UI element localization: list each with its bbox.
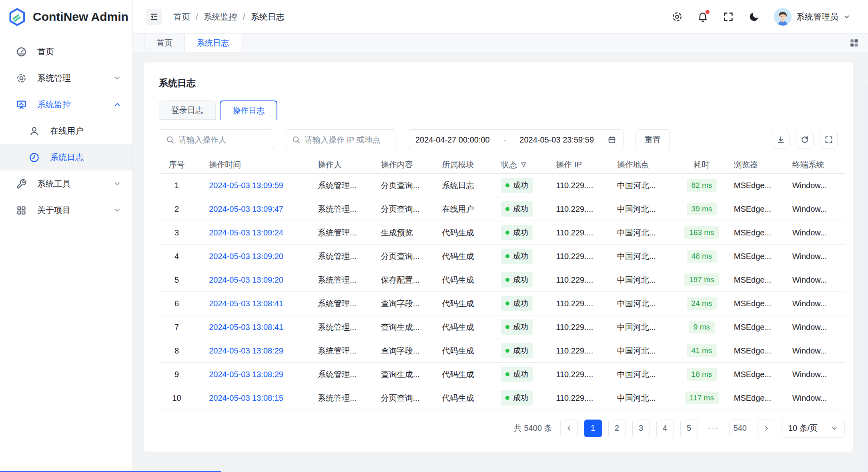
col-header-time: 操作时间 [194,156,311,174]
funnel-icon[interactable] [520,161,527,168]
cell-location: 中国河北... [611,292,676,315]
tag-tab-home[interactable]: 首页 [144,34,185,52]
cell-operator: 系统管理... [311,174,375,197]
sidebar-item-system-log[interactable]: 系统日志 [0,144,132,171]
user-name: 系统管理员 [796,11,838,22]
log-type-tabs: 登录日志 操作日志 [159,100,846,120]
duration-badge: 41 ms [687,344,717,357]
log-time-link[interactable]: 2024-05-03 13:09:59 [209,181,283,190]
cell-browser: MSEdge... [728,386,786,410]
settings-icon[interactable] [672,11,683,22]
table-row: 72024-05-03 13:08:41系统管理...查询生成...代码生成成功… [159,315,846,339]
table-row: 82024-05-03 13:08:29系统管理...查询字段...代码生成成功… [159,339,846,363]
col-header-operator: 操作人 [311,156,375,174]
cell-status: 成功 [495,221,549,245]
table-fullscreen-button[interactable] [820,131,838,149]
log-time-link[interactable]: 2024-05-03 13:09:47 [209,205,283,213]
pagination-prev-button[interactable] [560,420,578,437]
date-start-value[interactable]: 2024-04-27 00:00:00 [415,135,490,145]
log-time-link[interactable]: 2024-05-03 13:09:24 [209,228,283,237]
sidebar-item-label: 首页 [37,46,54,57]
cell-browser: MSEdge... [728,221,786,245]
log-time-link[interactable]: 2024-05-03 13:09:20 [209,252,283,261]
cell-browser: MSEdge... [728,363,786,386]
pagination-page-3[interactable]: 3 [632,420,650,437]
pagination-page-2[interactable]: 2 [608,420,626,437]
breadcrumb: 首页 / 系统监控 / 系统日志 [173,11,285,22]
ip-search-input[interactable] [305,135,390,145]
cell-duration: 197 ms [676,268,728,292]
sidebar-item-system-monitor[interactable]: 系统监控 [0,91,132,118]
tab-login-log[interactable]: 登录日志 [159,100,216,120]
user-menu[interactable]: 系统管理员 [774,8,850,26]
sidebar-item-label: 关于项目 [37,205,71,216]
page-size-select[interactable]: 10 条/页 [782,419,845,438]
log-time-link[interactable]: 2024-05-03 13:08:41 [209,299,283,308]
fullscreen-icon[interactable] [723,11,734,22]
pagination-page-5[interactable]: 5 [680,420,698,437]
grid-icon [16,205,27,216]
pagination-page-540[interactable]: 540 [729,420,751,437]
status-dot [505,231,509,235]
col-header-status: 状态 [495,156,549,174]
cell-status: 成功 [495,363,549,386]
log-time-link[interactable]: 2024-05-03 13:08:15 [209,394,283,402]
breadcrumb-monitor[interactable]: 系统监控 [204,11,237,22]
status-badge: 成功 [501,390,533,406]
logo-icon [8,8,26,26]
status-dot [505,254,509,258]
sidebar-item-home[interactable]: 首页 [0,38,132,65]
status-badge: 成功 [501,319,533,335]
calendar-icon [607,135,616,144]
date-end-value[interactable]: 2024-05-03 23:59:59 [519,135,594,145]
dark-mode-icon[interactable] [748,11,760,22]
tag-tab-label: 首页 [156,38,172,48]
refresh-button[interactable] [796,131,814,149]
menu-fold-icon [150,12,158,21]
cell-os: Window... [786,197,846,221]
breadcrumb-home[interactable]: 首页 [173,11,190,22]
sidebar-item-online-users[interactable]: 在线用户 [0,118,132,144]
cell-location: 中国河北... [611,197,676,221]
sidebar-collapse-button[interactable] [146,9,162,25]
page-content: 系统日志 登录日志 操作日志 [133,52,868,472]
pagination-page-1[interactable]: 1 [584,420,602,437]
cell-duration: 9 ms [676,315,728,339]
pagination-page-4[interactable]: 4 [656,420,674,437]
log-time-link[interactable]: 2024-05-03 13:08:29 [209,370,283,379]
notification-icon[interactable] [697,11,708,22]
log-time-link[interactable]: 2024-05-03 13:09:20 [209,275,283,284]
download-button[interactable] [772,131,790,149]
cell-time: 2024-05-03 13:09:20 [194,268,311,292]
chevron-down-icon [843,13,850,20]
tab-operation-log[interactable]: 操作日志 [220,100,277,120]
status-dot [505,372,509,376]
sidebar-item-label: 系统监控 [37,99,71,110]
log-time-link[interactable]: 2024-05-03 13:08:29 [209,346,283,355]
cell-duration: 48 ms [676,245,728,268]
sidebar-item-about-project[interactable]: 关于项目 [0,197,132,223]
cell-content: 查询生成... [375,363,436,386]
col-header-os: 终端系统 [786,156,846,174]
sidebar-item-system-management[interactable]: 系统管理 [0,65,132,91]
cell-content: 分页查询... [375,174,436,197]
logo-row[interactable]: ContiNew Admin [0,0,132,34]
date-range-picker[interactable]: 2024-04-27 00:00:00 - 2024-05-03 23:59:5… [408,129,624,150]
log-time-link[interactable]: 2024-05-03 13:08:41 [209,323,283,331]
cell-no: 1 [159,174,194,197]
scrollbar[interactable] [863,86,868,472]
apps-grid-icon[interactable] [849,38,859,48]
reset-button[interactable]: 重置 [635,129,670,150]
tag-tab-system-log[interactable]: 系统日志 [185,34,241,52]
table-row: 22024-05-03 13:09:47系统管理...分页查询...在线用户成功… [159,197,846,221]
cell-duration: 117 ms [676,386,728,410]
sidebar-item-system-tools[interactable]: 系统工具 [0,171,132,197]
operator-search-input[interactable] [178,135,267,145]
cell-ip: 110.229.... [549,339,611,363]
status-badge: 成功 [501,225,533,240]
pagination-ellipsis[interactable]: ··· [704,420,723,437]
cell-status: 成功 [495,197,549,221]
status-dot [505,325,509,329]
pagination-next-button[interactable] [758,420,775,437]
cell-time: 2024-05-03 13:09:47 [194,197,311,221]
